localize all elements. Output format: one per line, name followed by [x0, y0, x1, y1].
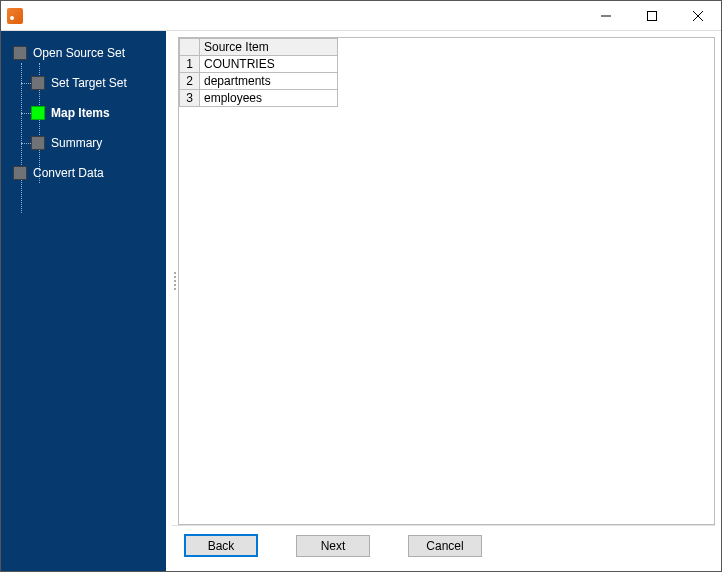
maximize-icon — [647, 11, 657, 21]
wizard-steps-sidebar: Open Source Set Set Target Set Map Items… — [1, 31, 166, 571]
source-item-cell[interactable]: COUNTRIES — [200, 56, 338, 73]
corner-header — [180, 39, 200, 56]
source-item-cell[interactable]: departments — [200, 73, 338, 90]
table-row[interactable]: 2 departments — [180, 73, 338, 90]
step-label: Open Source Set — [33, 46, 125, 60]
row-number: 1 — [180, 56, 200, 73]
body: Open Source Set Set Target Set Map Items… — [1, 31, 721, 571]
minimize-icon — [601, 11, 611, 21]
table-row[interactable]: 1 COUNTRIES — [180, 56, 338, 73]
row-number: 3 — [180, 90, 200, 107]
step-label: Convert Data — [33, 166, 104, 180]
close-icon — [693, 11, 703, 21]
step-set-target-set[interactable]: Set Target Set — [3, 73, 166, 93]
back-button[interactable]: Back — [184, 534, 258, 557]
wizard-button-row: Back Next Cancel — [172, 525, 715, 565]
content-area: Source Item 1 COUNTRIES 2 departments 3 — [166, 31, 721, 571]
svg-rect-1 — [648, 11, 657, 20]
step-box-icon — [31, 106, 45, 120]
window-controls — [583, 1, 721, 31]
wizard-window: Open Source Set Set Target Set Map Items… — [0, 0, 722, 572]
minimize-button[interactable] — [583, 1, 629, 31]
app-icon — [7, 8, 23, 24]
step-box-icon — [13, 166, 27, 180]
step-box-icon — [31, 76, 45, 90]
step-summary[interactable]: Summary — [3, 133, 166, 153]
step-label: Set Target Set — [51, 76, 127, 90]
step-map-items[interactable]: Map Items — [3, 103, 166, 123]
titlebar — [1, 1, 721, 31]
source-item-table: Source Item 1 COUNTRIES 2 departments 3 — [179, 38, 338, 107]
step-label: Summary — [51, 136, 102, 150]
next-button[interactable]: Next — [296, 535, 370, 557]
step-box-icon — [31, 136, 45, 150]
source-item-grid[interactable]: Source Item 1 COUNTRIES 2 departments 3 — [178, 37, 715, 525]
pane-wrap: Source Item 1 COUNTRIES 2 departments 3 — [172, 37, 715, 525]
row-number: 2 — [180, 73, 200, 90]
step-label: Map Items — [51, 106, 110, 120]
close-button[interactable] — [675, 1, 721, 31]
step-convert-data[interactable]: Convert Data — [3, 163, 166, 183]
table-row[interactable]: 3 employees — [180, 90, 338, 107]
cancel-button[interactable]: Cancel — [408, 535, 482, 557]
maximize-button[interactable] — [629, 1, 675, 31]
step-open-source-set[interactable]: Open Source Set — [3, 43, 166, 63]
step-box-icon — [13, 46, 27, 60]
source-item-cell[interactable]: employees — [200, 90, 338, 107]
col-header-source-item[interactable]: Source Item — [200, 39, 338, 56]
steps-tree: Open Source Set Set Target Set Map Items… — [3, 43, 166, 183]
